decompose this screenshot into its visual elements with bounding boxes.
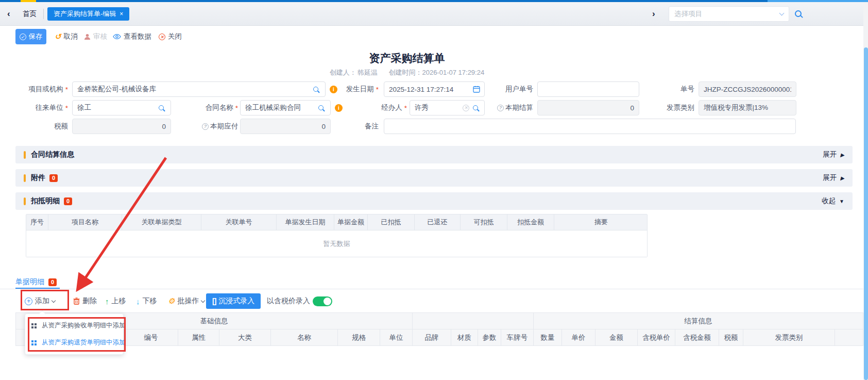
tab-bar: ‹ 首页 资产采购结算单-编辑 × › 选择项目	[0, 2, 868, 26]
vendor-search-icon[interactable]	[159, 100, 164, 115]
chevron-down-icon	[779, 11, 785, 16]
deduction-column-header: 摘要	[554, 214, 648, 230]
detail-column-header: 材质	[451, 329, 478, 345]
project-label: 项目或机构*	[10, 81, 68, 97]
contract-search-icon[interactable]	[318, 100, 324, 115]
created-label: 创建时间：	[388, 69, 422, 76]
triangle-right-icon: ▶	[840, 175, 844, 181]
deduction-column-header: 可扣抵	[461, 214, 507, 230]
expand-toggle[interactable]: 展开▶	[823, 173, 844, 183]
expand-toggle[interactable]: 展开▶	[823, 150, 844, 159]
save-label: 保存	[29, 32, 43, 41]
orange-bar-icon	[24, 174, 26, 182]
deduction-column-header: 关联单据类型	[122, 214, 201, 230]
project-field[interactable]	[72, 81, 326, 97]
settle-label: ?本期结算	[479, 100, 533, 115]
audit-label: 审核	[93, 32, 107, 41]
detail-toolbar: + 添加 删除 ↑ 上移 ↓ 下移 ⚙ 批操作 [] 沉浸式录入 以含税价录入	[0, 292, 863, 310]
section-deduction-detail[interactable]: 扣抵明细 0 收起▼	[15, 192, 853, 210]
question-icon[interactable]: ?	[202, 123, 209, 130]
detail-column-header: 属性	[178, 329, 219, 345]
eye-icon	[113, 34, 121, 40]
tax-label: 税额	[10, 119, 68, 134]
section-title: 扣抵明细	[31, 196, 60, 206]
attachment-count-badge: 0	[49, 174, 58, 182]
add-button[interactable]: + 添加	[25, 292, 55, 310]
project-select-input[interactable]: 选择项目	[669, 6, 789, 22]
date-field[interactable]	[384, 81, 485, 97]
scrollbar-thumb[interactable]	[864, 47, 868, 380]
grid-icon	[31, 340, 33, 342]
tax-inclusive-toggle-group: 以含税价录入	[267, 292, 332, 310]
move-down-button[interactable]: ↓ 下移	[136, 292, 157, 310]
move-up-button[interactable]: ↑ 上移	[105, 292, 126, 310]
detail-column-header: 车牌号	[501, 329, 534, 345]
close-button[interactable]: ✕ 关闭	[159, 29, 182, 44]
remark-field[interactable]	[384, 119, 796, 134]
user-no-field[interactable]	[537, 81, 639, 97]
detail-column-header: 单位	[380, 329, 413, 345]
forward-chevron-icon[interactable]: ›	[652, 2, 655, 26]
immersive-entry-label: 沉浸式录入	[218, 296, 254, 306]
chevron-down-icon	[201, 298, 205, 302]
add-dropdown-menu: 从资产采购验收单明细中添加 从资产采购退货单明细中添加	[25, 313, 124, 355]
tax-inclusive-switch[interactable]	[313, 296, 332, 306]
section-attachments[interactable]: 附件 0 展开▶	[15, 169, 853, 187]
tab-home[interactable]: 首页	[23, 2, 37, 26]
deduction-column-header: 已退还	[415, 214, 461, 230]
save-button[interactable]: ✓ 保存	[15, 29, 46, 44]
vendor-label: 往来单位*	[10, 100, 68, 115]
deduction-table-header-row: 序号项目名称关联单据类型关联单号单据发生日期单据金额已扣抵已退还可扣抵扣抵金额摘…	[26, 214, 647, 230]
detail-column-header: 单价	[562, 329, 595, 345]
person-icon	[84, 34, 91, 40]
page-title: 资产采购结算单	[0, 51, 814, 65]
detail-table-group-header-row: 基础信息结算信息	[15, 312, 863, 329]
trash-icon	[73, 298, 80, 305]
close-circle-icon: ✕	[159, 34, 165, 40]
orange-bar-icon	[24, 197, 26, 205]
clear-icon[interactable]: ✕	[463, 100, 469, 115]
delete-button[interactable]: 删除	[73, 292, 97, 310]
tab-divider	[43, 9, 44, 19]
creator-label: 创建人：	[330, 69, 356, 76]
detail-table-column-header-row: 编号属性大类名称规格单位品牌材质参数车牌号数量单价金额含税单价含税金额税额发票类…	[15, 329, 863, 346]
vendor-field[interactable]	[72, 100, 171, 115]
detail-group-header	[413, 313, 534, 329]
arrow-down-icon: ↓	[136, 297, 140, 306]
detail-column-header: 规格	[338, 329, 380, 345]
menu-item-add-from-return[interactable]: 从资产采购退货单明细中添加	[25, 334, 123, 351]
close-label: 关闭	[168, 32, 182, 41]
view-data-button[interactable]: 查看数据	[113, 29, 151, 44]
tab-active-document[interactable]: 资产采购结算单-编辑 ×	[47, 7, 129, 21]
deduction-column-header: 单据金额	[334, 214, 368, 230]
immersive-entry-button[interactable]: [] 沉浸式录入	[206, 293, 261, 309]
detail-column-header: 名称	[271, 329, 338, 345]
section-contract-settlement[interactable]: 合同结算信息 展开▶	[15, 146, 853, 163]
menu-item-label: 从资产采购退货单明细中添加	[42, 338, 126, 347]
contract-info-icon[interactable]: i	[335, 100, 343, 115]
agent-search-icon[interactable]	[473, 100, 478, 115]
tab-row-divider	[0, 289, 863, 289]
contract-field[interactable]	[240, 100, 331, 115]
remark-label: 备注	[325, 119, 379, 134]
move-down-label: 下移	[143, 296, 157, 306]
deduction-count-badge: 0	[64, 197, 72, 205]
global-search-icon[interactable]	[795, 10, 802, 19]
detail-column-header: 金额	[595, 329, 638, 345]
cancel-button[interactable]: ↺ 取消	[55, 29, 78, 44]
back-chevron-icon[interactable]: ‹	[7, 2, 10, 26]
project-search-icon[interactable]	[313, 81, 318, 97]
settle-field	[537, 100, 639, 115]
agent-label: 经办人*	[350, 100, 407, 115]
menu-item-add-from-acceptance[interactable]: 从资产采购验收单明细中添加	[25, 317, 123, 334]
collapse-toggle[interactable]: 收起▼	[822, 196, 844, 206]
question-icon[interactable]: ?	[497, 105, 504, 111]
tab-close-icon[interactable]: ×	[120, 10, 123, 18]
detail-column-header	[835, 329, 863, 345]
deduction-table: 序号项目名称关联单据类型关联单号单据发生日期单据金额已扣抵已退还可扣抵扣抵金额摘…	[26, 214, 648, 257]
gear-icon: ⚙	[168, 296, 175, 306]
tab-detail-lines[interactable]: 单据明细 0	[15, 276, 57, 288]
section-title: 附件	[31, 173, 45, 183]
detail-column-header: 参数	[478, 329, 501, 345]
batch-ops-button[interactable]: ⚙ 批操作	[168, 292, 205, 310]
